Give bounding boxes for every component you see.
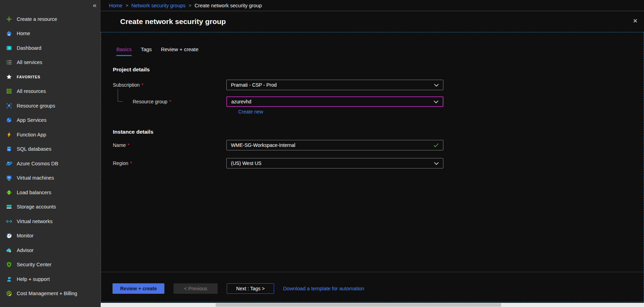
load-balancer-icon	[6, 189, 13, 196]
grid-icon	[6, 88, 13, 95]
planet-icon	[6, 160, 13, 167]
create-new-link[interactable]: Create new	[238, 109, 263, 115]
footer-divider	[101, 272, 644, 272]
sidebar-item-help-support[interactable]: Help + support	[0, 272, 101, 286]
breadcrumb-separator: >	[189, 3, 192, 8]
cost-donut-icon: $	[6, 290, 13, 297]
close-icon[interactable]: ✕	[633, 17, 638, 25]
gauge-icon	[6, 232, 13, 239]
advisor-icon	[6, 247, 13, 254]
sql-database-icon: SQL	[6, 145, 13, 152]
sidebar-item-load-balancers[interactable]: Load balancers	[0, 185, 101, 200]
sidebar-item-all-resources[interactable]: All resources	[0, 84, 101, 99]
resource-group-row: Resource group* azurevhd	[101, 96, 644, 107]
sidebar-item-virtual-machines[interactable]: Virtual machines	[0, 171, 101, 186]
subscription-label: Subscription*	[113, 82, 226, 88]
indent-connector	[118, 89, 123, 102]
breadcrumb-current-page: Create network security group	[194, 3, 262, 8]
subscription-row: Subscription* Pramati - CSP - Prod	[101, 80, 644, 90]
basics-tab-panel: Basics Tags Review + create Project deta…	[101, 32, 644, 302]
sidebar-item-create-a-resource[interactable]: Create a resource	[0, 12, 101, 26]
person-icon	[6, 276, 13, 283]
checkmark-icon	[433, 143, 439, 147]
tab-review-create[interactable]: Review + create	[161, 46, 199, 56]
sidebar-item-azure-cosmos-db[interactable]: Azure Cosmos DB	[0, 156, 101, 171]
main-content: Home > Network security groups > Create …	[101, 0, 644, 307]
sidebar-item-monitor[interactable]: Monitor	[0, 229, 101, 243]
sidebar-item-home[interactable]: Home	[0, 26, 101, 41]
required-asterisk: *	[127, 142, 129, 148]
vm-monitor-icon	[6, 174, 13, 181]
dashboard-icon	[6, 45, 13, 52]
region-dropdown[interactable]: (US) West US	[226, 158, 443, 168]
breadcrumb: Home > Network security groups > Create …	[101, 0, 644, 11]
sidebar-item-cost-management-billing[interactable]: $ Cost Management + Billing	[0, 286, 101, 301]
project-details-heading: Project details	[113, 66, 644, 73]
tab-bar: Basics Tags Review + create	[116, 46, 644, 56]
plus-icon	[6, 16, 13, 23]
sidebar-item-all-services[interactable]: All services	[0, 55, 101, 70]
sidebar-item-sql-databases[interactable]: SQL SQL databases	[0, 142, 101, 157]
sidebar-item-virtual-networks[interactable]: Virtual networks	[0, 214, 101, 229]
chevron-down-icon	[434, 84, 439, 87]
sidebar-item-resource-groups[interactable]: Resource groups	[0, 99, 101, 113]
shield-icon	[6, 261, 13, 268]
svg-text:$: $	[8, 292, 10, 295]
star-icon	[6, 73, 13, 80]
name-input[interactable]: WME-SG-Workspace-Internal	[226, 140, 443, 150]
sidebar-item-security-center[interactable]: Security Center	[0, 258, 101, 272]
subscription-dropdown[interactable]: Pramati - CSP - Prod	[226, 80, 443, 90]
chevron-down-icon	[434, 162, 439, 165]
sidebar-item-function-app[interactable]: Function App	[0, 127, 101, 142]
required-asterisk: *	[169, 99, 171, 104]
sidebar-section-favorites: FAVORITES	[0, 70, 101, 84]
scrollbar-thumb[interactable]	[216, 303, 501, 307]
sidebar-collapse-button[interactable]: «	[93, 1, 96, 9]
storage-icon	[6, 203, 13, 210]
sidebar-item-dashboard[interactable]: Dashboard	[0, 41, 101, 55]
name-label: Name*	[113, 142, 226, 148]
home-icon	[6, 30, 13, 37]
globe-icon	[6, 117, 13, 124]
name-row: Name* WME-SG-Workspace-Internal	[101, 140, 644, 150]
lightning-icon	[6, 131, 13, 138]
sidebar-item-advisor[interactable]: Advisor	[0, 243, 101, 258]
sidebar-nav: Create a resource Home Dashboard All ser…	[0, 12, 101, 301]
list-icon	[6, 59, 13, 66]
required-asterisk: *	[130, 160, 132, 166]
resource-group-dropdown[interactable]: azurevhd	[226, 96, 443, 107]
sidebar: « Create a resource Home Dashboard All s…	[0, 0, 101, 307]
required-asterisk: *	[141, 82, 143, 88]
resource-group-label: Resource group*	[113, 99, 226, 104]
sidebar-item-storage-accounts[interactable]: Storage accounts	[0, 200, 101, 214]
previous-button[interactable]: < Previous	[173, 283, 218, 294]
breadcrumb-separator: >	[126, 3, 129, 8]
tab-tags[interactable]: Tags	[141, 46, 152, 56]
region-row: Region* (US) West US	[101, 158, 644, 168]
breadcrumb-home-link[interactable]: Home	[109, 3, 123, 8]
region-label: Region*	[113, 160, 226, 166]
resource-group-icon	[6, 102, 13, 109]
page-header: Create network security group ✕	[101, 11, 644, 32]
next-tags-button[interactable]: Next : Tags >	[227, 283, 274, 294]
instance-details-heading: Instance details	[113, 129, 644, 135]
chevron-down-icon	[434, 100, 439, 103]
review-create-button[interactable]: Review + create	[112, 283, 164, 294]
page-title: Create network security group	[120, 17, 226, 26]
svg-text:SQL: SQL	[7, 149, 11, 151]
footer-actions: Review + create < Previous Next : Tags >…	[112, 283, 364, 294]
network-icon	[6, 218, 13, 225]
tab-basics[interactable]: Basics	[116, 46, 132, 56]
horizontal-scrollbar[interactable]	[101, 303, 644, 307]
download-template-link[interactable]: Download a template for automation	[283, 286, 364, 291]
sidebar-item-app-services[interactable]: App Services	[0, 113, 101, 128]
breadcrumb-network-security-groups-link[interactable]: Network security groups	[131, 3, 186, 8]
